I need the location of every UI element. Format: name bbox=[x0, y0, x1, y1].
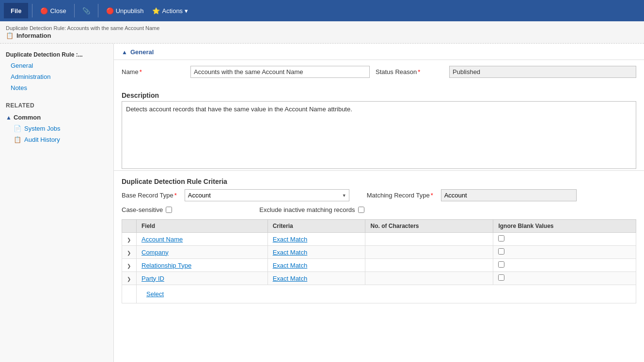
criteria-table-body: ❯ Account Name Exact Match ❯ Company Exa… bbox=[122, 233, 636, 303]
col-chevron bbox=[122, 220, 137, 233]
separator-2 bbox=[74, 4, 75, 17]
row3-field-link[interactable]: Relationship Type bbox=[141, 262, 191, 269]
general-section-label: General bbox=[130, 48, 154, 56]
col-field: Field bbox=[137, 220, 268, 233]
status-required-star: * bbox=[418, 68, 420, 75]
criteria-row-2: Case-sensitive Exclude inactive matching… bbox=[114, 206, 644, 219]
unpublish-label: Unpublish bbox=[116, 7, 144, 15]
case-sensitive-label: Case-sensitive bbox=[122, 206, 163, 213]
sidebar-common-header: ▲ Common bbox=[0, 112, 113, 123]
row3-criteria-link[interactable]: Exact Match bbox=[273, 262, 308, 269]
sidebar-related-title: Related bbox=[0, 99, 113, 112]
sidebar-common-label: Common bbox=[14, 114, 41, 121]
row1-chars bbox=[365, 233, 493, 246]
exclude-inactive-checkbox[interactable] bbox=[358, 207, 364, 213]
sidebar-divider bbox=[0, 93, 113, 99]
criteria-table-header: Field Criteria No. of Characters Ignore … bbox=[122, 220, 636, 233]
row2-criteria-link[interactable]: Exact Match bbox=[273, 249, 308, 256]
record-header: Duplicate Detection Rule: Accounts with … bbox=[0, 21, 644, 44]
status-reason-input bbox=[449, 66, 636, 78]
actions-button[interactable]: ⭐ Actions ▾ bbox=[148, 5, 191, 16]
row4-field-link[interactable]: Party ID bbox=[141, 275, 164, 282]
main-layout: Duplicate Detection Rule :... General Ad… bbox=[0, 44, 644, 362]
unpublish-icon: 🔴 bbox=[106, 7, 114, 15]
name-input[interactable] bbox=[190, 66, 370, 78]
sidebar-section-title: Duplicate Detection Rule :... bbox=[0, 48, 113, 60]
content-area: ▲ General Name * Status Reason * Descrip… bbox=[114, 44, 644, 362]
row2-field-link[interactable]: Company bbox=[141, 249, 169, 256]
row4-chars bbox=[365, 272, 493, 285]
system-jobs-label: System Jobs bbox=[24, 125, 60, 132]
attachment-icon: 📎 bbox=[82, 7, 90, 15]
col-ignore-blank: Ignore Blank Values bbox=[493, 220, 636, 233]
row4-criteria-link[interactable]: Exact Match bbox=[273, 275, 308, 282]
row3-chevron[interactable]: ❯ bbox=[127, 263, 131, 269]
system-jobs-icon: 📄 bbox=[14, 125, 21, 132]
separator-1 bbox=[32, 4, 32, 17]
criteria-section-header: Duplicate Detection Rule Criteria bbox=[114, 170, 644, 189]
sidebar-item-system-jobs[interactable]: 📄 System Jobs bbox=[0, 123, 113, 134]
general-collapse-icon[interactable]: ▲ bbox=[122, 49, 127, 56]
table-row: ❯ Account Name Exact Match bbox=[122, 233, 636, 246]
close-icon: 🔴 bbox=[40, 7, 48, 15]
row2-ignore-blank-checkbox[interactable] bbox=[498, 248, 504, 255]
sidebar-item-notes[interactable]: Notes bbox=[0, 82, 113, 93]
select-link[interactable]: Select bbox=[141, 287, 169, 301]
row3-chars bbox=[365, 259, 493, 272]
name-label: Name * bbox=[122, 68, 185, 75]
header-title-text: Information bbox=[16, 32, 51, 39]
header-title: 📋 Information bbox=[6, 32, 638, 39]
status-reason-label: Status Reason * bbox=[376, 68, 443, 75]
col-no-of-chars: No. of Characters bbox=[365, 220, 493, 233]
attachment-button[interactable]: 📎 bbox=[79, 5, 94, 16]
description-label: Description bbox=[114, 89, 644, 101]
base-record-type-select[interactable]: Account bbox=[185, 189, 349, 201]
exclude-inactive-label: Exclude inactive matching records bbox=[259, 206, 355, 213]
table-row: ❯ Relationship Type Exact Match bbox=[122, 259, 636, 272]
matching-required-star: * bbox=[431, 192, 433, 199]
table-row-select: Select bbox=[122, 285, 636, 303]
table-row: ❯ Company Exact Match bbox=[122, 246, 636, 259]
header-subtitle: Duplicate Detection Rule: Accounts with … bbox=[6, 25, 638, 31]
general-form: Name * Status Reason * bbox=[114, 60, 644, 89]
collapse-arrow-icon[interactable]: ▲ bbox=[6, 114, 12, 121]
col-criteria: Criteria bbox=[267, 220, 365, 233]
actions-icon: ⭐ bbox=[152, 7, 160, 15]
header-icon: 📋 bbox=[6, 32, 14, 39]
case-sensitive-checkbox[interactable] bbox=[166, 207, 172, 213]
row2-chevron[interactable]: ❯ bbox=[127, 250, 131, 256]
select-empty-chevron bbox=[122, 285, 137, 303]
audit-history-label: Audit History bbox=[24, 136, 60, 143]
row4-chevron[interactable]: ❯ bbox=[127, 276, 131, 282]
sidebar-item-administration[interactable]: Administration bbox=[0, 71, 113, 82]
row2-chars bbox=[365, 246, 493, 259]
base-record-type-label: Base Record Type * bbox=[122, 192, 177, 199]
base-record-type-wrapper[interactable]: Account bbox=[185, 189, 349, 201]
sidebar-item-general[interactable]: General bbox=[0, 60, 113, 71]
sidebar-item-audit-history[interactable]: 📋 Audit History bbox=[0, 134, 113, 145]
matching-record-type-label: Matching Record Type * bbox=[367, 192, 433, 199]
criteria-form: Base Record Type * Account Matching Reco… bbox=[114, 189, 644, 206]
row1-field-link[interactable]: Account Name bbox=[141, 236, 183, 243]
separator-3 bbox=[98, 4, 98, 17]
toolbar: File 🔴 Close 📎 🔴 Unpublish ⭐ Actions ▾ bbox=[0, 0, 644, 21]
row1-criteria-link[interactable]: Exact Match bbox=[273, 236, 308, 243]
table-row: ❯ Party ID Exact Match bbox=[122, 272, 636, 285]
general-section-header: ▲ General bbox=[114, 44, 644, 60]
base-required-star: * bbox=[174, 192, 177, 199]
row3-ignore-blank-checkbox[interactable] bbox=[498, 261, 504, 268]
file-button[interactable]: File bbox=[4, 3, 28, 18]
row1-chevron[interactable]: ❯ bbox=[127, 237, 131, 242]
unpublish-button[interactable]: 🔴 Unpublish bbox=[102, 5, 148, 16]
close-label: Close bbox=[50, 7, 66, 15]
sidebar: Duplicate Detection Rule :... General Ad… bbox=[0, 44, 114, 362]
actions-label: Actions ▾ bbox=[162, 7, 188, 15]
name-required-star: * bbox=[140, 68, 142, 75]
description-textarea[interactable]: Detects account records that have the sa… bbox=[122, 101, 636, 169]
case-sensitive-group: Case-sensitive bbox=[122, 206, 172, 213]
row4-ignore-blank-checkbox[interactable] bbox=[498, 274, 504, 281]
row1-ignore-blank-checkbox[interactable] bbox=[498, 235, 504, 241]
close-button[interactable]: 🔴 Close bbox=[36, 5, 70, 16]
criteria-table: Field Criteria No. of Characters Ignore … bbox=[122, 219, 636, 303]
audit-history-icon: 📋 bbox=[14, 136, 21, 143]
